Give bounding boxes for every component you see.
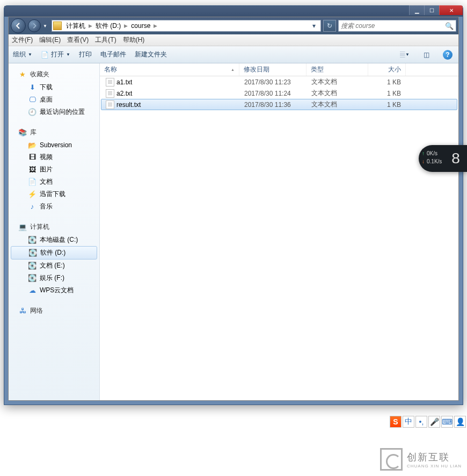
sidebar-item-desktop[interactable]: 🖵桌面 bbox=[9, 93, 99, 106]
thunder-icon: ⚡ bbox=[28, 190, 37, 199]
file-type: 文本文档 bbox=[307, 77, 369, 86]
ime-voice-button[interactable]: 🎤 bbox=[428, 416, 440, 428]
sidebar-item-drive-c[interactable]: 💽本地磁盘 (C:) bbox=[9, 234, 99, 246]
column-date[interactable]: 修改日期 bbox=[239, 63, 307, 76]
arrow-right-icon bbox=[31, 23, 38, 29]
menu-tools[interactable]: 工具(T) bbox=[95, 35, 116, 45]
sidebar-item-thunder[interactable]: ⚡迅雷下载 bbox=[9, 188, 99, 200]
file-date: 2017/8/30 11:24 bbox=[240, 90, 307, 97]
sidebar-item-drive-f[interactable]: 💽娱乐 (F:) bbox=[9, 272, 99, 284]
chevron-down-icon: ▼ bbox=[28, 52, 32, 57]
menu-help[interactable]: 帮助(H) bbox=[123, 35, 145, 45]
organize-label: 组织 bbox=[13, 50, 26, 59]
minimize-button[interactable]: ▁ bbox=[409, 5, 424, 15]
address-bar[interactable]: 计算机 ▶ 软件 (D:) ▶ course ▶ ▾ bbox=[52, 20, 321, 32]
net-widget-number: 8 bbox=[448, 150, 464, 167]
brand-sub: CHUANG XIN HU LIAN bbox=[407, 464, 462, 468]
sidebar-item-music[interactable]: ♪音乐 bbox=[9, 200, 99, 213]
address-dropdown-button[interactable]: ▾ bbox=[309, 20, 319, 31]
disk-icon: 💽 bbox=[28, 262, 37, 270]
email-button[interactable]: 电子邮件 bbox=[100, 50, 126, 59]
file-date: 2017/8/30 11:36 bbox=[240, 101, 307, 109]
column-name[interactable]: 名称 bbox=[100, 63, 239, 76]
desktop-icon: 🖵 bbox=[28, 96, 37, 104]
back-button[interactable] bbox=[11, 18, 26, 33]
breadcrumb-folder[interactable]: course bbox=[129, 22, 152, 30]
help-icon: ? bbox=[443, 50, 453, 60]
file-name: a2.txt bbox=[116, 90, 132, 97]
file-row[interactable]: a2.txt2017/8/30 11:24文本文档1 KB bbox=[101, 88, 457, 99]
picture-icon: 🖼 bbox=[28, 165, 37, 174]
menu-view[interactable]: 查看(V) bbox=[67, 35, 89, 45]
sidebar-item-video[interactable]: 🎞视频 bbox=[9, 151, 99, 163]
history-dropdown[interactable]: ▼ bbox=[43, 24, 49, 28]
download-icon: ⬇ bbox=[28, 83, 37, 92]
close-button[interactable]: ✕ bbox=[439, 5, 463, 15]
new-folder-button[interactable]: 新建文件夹 bbox=[135, 50, 167, 59]
sidebar-item-subversion[interactable]: 📂Subversion bbox=[9, 139, 99, 151]
sidebar-item-pictures[interactable]: 🖼图片 bbox=[9, 163, 99, 176]
file-type: 文本文档 bbox=[307, 89, 369, 98]
music-icon: ♪ bbox=[28, 203, 37, 211]
sidebar-item-recent[interactable]: 🕘最近访问的位置 bbox=[9, 106, 99, 118]
sidebar-item-wps-cloud[interactable]: ☁WPS云文档 bbox=[9, 284, 99, 297]
file-date: 2017/8/30 11:23 bbox=[240, 78, 307, 86]
sidebar-group-computer[interactable]: 💻计算机 bbox=[9, 220, 99, 234]
breadcrumb-computer[interactable]: 计算机 bbox=[64, 21, 87, 31]
sidebar-item-drive-d[interactable]: 💽软件 (D:) bbox=[11, 246, 97, 259]
chevron-right-icon[interactable]: ▶ bbox=[152, 23, 158, 28]
ime-logo-button[interactable]: S bbox=[390, 416, 402, 428]
computer-icon: 💻 bbox=[18, 223, 27, 232]
breadcrumb-drive[interactable]: 软件 (D:) bbox=[93, 21, 123, 31]
explorer-window: ▁ ☐ ✕ ▼ 计算机 ▶ 软件 (D:) ▶ course ▶ ▾ bbox=[4, 5, 463, 405]
ime-punct-button[interactable]: •, bbox=[415, 416, 427, 428]
disk-icon: 💽 bbox=[28, 249, 37, 257]
ime-lang-button[interactable]: 中 bbox=[403, 416, 414, 428]
ime-settings-button[interactable]: 👤 bbox=[454, 416, 466, 428]
open-label: 打开 bbox=[51, 50, 64, 59]
menu-edit[interactable]: 编辑(E) bbox=[39, 35, 61, 45]
refresh-button[interactable]: ↻ bbox=[323, 20, 336, 32]
sidebar-group-favorites[interactable]: ★收藏夹 bbox=[9, 68, 99, 81]
forward-button[interactable] bbox=[28, 19, 41, 32]
disk-icon: 💽 bbox=[28, 274, 37, 283]
sidebar-item-downloads[interactable]: ⬇下载 bbox=[9, 81, 99, 93]
search-icon[interactable]: 🔍 bbox=[445, 22, 454, 30]
disk-icon: 💽 bbox=[28, 236, 37, 244]
print-button[interactable]: 打印 bbox=[79, 50, 92, 59]
organize-button[interactable]: 组织 ▼ bbox=[13, 50, 32, 59]
download-speed: 0.1K/s bbox=[422, 158, 448, 164]
view-options-button[interactable]: 𝄚 ▼ bbox=[398, 48, 411, 61]
library-icon: 📚 bbox=[18, 128, 27, 137]
menubar: 文件(F) 编辑(E) 查看(V) 工具(T) 帮助(H) bbox=[9, 34, 458, 46]
preview-pane-button[interactable]: ◫ bbox=[420, 48, 433, 61]
chevron-right-icon[interactable]: ▶ bbox=[87, 23, 93, 28]
titlebar: ▁ ☐ ✕ bbox=[4, 6, 463, 17]
open-button[interactable]: 📄 打开 ▼ bbox=[41, 50, 70, 59]
network-speed-widget[interactable]: 0K/s 0.1K/s 8 bbox=[419, 145, 467, 172]
file-row[interactable]: a1.txt2017/8/30 11:23文本文档1 KB bbox=[101, 76, 457, 88]
column-headers: 名称 修改日期 类型 大小 bbox=[100, 63, 458, 76]
sidebar-group-libraries[interactable]: 📚库 bbox=[9, 126, 99, 139]
ime-softkbd-button[interactable]: ⌨ bbox=[441, 416, 453, 428]
sidebar-item-drive-e[interactable]: 💽文档 (E:) bbox=[9, 259, 99, 272]
column-type[interactable]: 类型 bbox=[307, 63, 368, 76]
search-box[interactable]: 🔍 bbox=[338, 20, 456, 32]
toolbar: 组织 ▼ 📄 打开 ▼ 打印 电子邮件 新建文件夹 𝄚 ▼ ◫ ? bbox=[9, 46, 458, 63]
column-size[interactable]: 大小 bbox=[368, 63, 406, 76]
search-input[interactable] bbox=[341, 22, 445, 30]
maximize-button[interactable]: ☐ bbox=[424, 5, 439, 15]
chevron-right-icon[interactable]: ▶ bbox=[123, 23, 129, 28]
star-icon: ★ bbox=[18, 70, 27, 79]
file-row[interactable]: result.txt2017/8/30 11:36文本文档1 KB bbox=[101, 99, 457, 110]
sidebar-item-documents[interactable]: 📄文档 bbox=[9, 176, 99, 188]
file-pane: 名称 修改日期 类型 大小 a1.txt2017/8/30 11:23文本文档1… bbox=[100, 63, 458, 400]
sidebar: ★收藏夹 ⬇下载 🖵桌面 🕘最近访问的位置 📚库 📂Subversion 🎞视频… bbox=[9, 63, 100, 400]
file-size: 1 KB bbox=[369, 78, 405, 86]
chevron-down-icon: ▼ bbox=[66, 52, 70, 57]
video-icon: 🎞 bbox=[28, 153, 37, 162]
menu-file[interactable]: 文件(F) bbox=[12, 35, 33, 45]
recent-icon: 🕘 bbox=[28, 108, 37, 117]
help-button[interactable]: ? bbox=[441, 48, 454, 61]
sidebar-group-network[interactable]: 🖧网络 bbox=[9, 304, 99, 318]
